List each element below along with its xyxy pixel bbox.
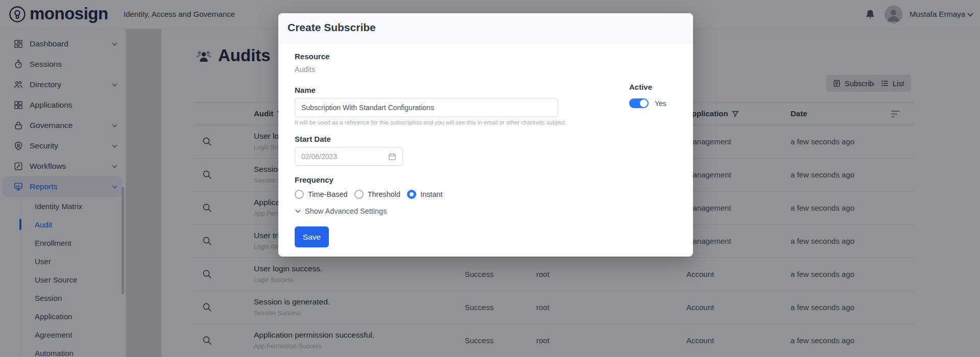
frequency-options: Time-Based Threshold Instant: [295, 190, 443, 199]
active-toggle[interactable]: [629, 98, 649, 108]
modal-header: Create Subscribe: [278, 13, 693, 42]
radio-checked-icon: [407, 190, 416, 199]
toggle-knob: [640, 99, 648, 107]
radio-circle-icon: [295, 190, 304, 199]
frequency-label: Frequency: [295, 175, 333, 184]
radio-threshold[interactable]: Threshold: [354, 190, 400, 199]
radio-label: Time-Based: [308, 190, 348, 198]
radio-label: Instant: [420, 190, 443, 198]
chevron-down-icon: [295, 208, 301, 215]
active-label: Active: [629, 83, 652, 91]
radio-label: Threshold: [368, 190, 400, 198]
resource-value: Audits: [295, 65, 315, 73]
start-date-label: Start Date: [295, 135, 331, 143]
active-toggle-row: Yes: [629, 98, 666, 108]
start-date-input[interactable]: 02/06/2023: [295, 147, 403, 166]
resource-label: Resource: [295, 52, 329, 61]
modal-title: Create Subscribe: [288, 21, 376, 34]
calendar-icon[interactable]: [388, 152, 396, 161]
radio-instant[interactable]: Instant: [407, 190, 443, 199]
save-button[interactable]: Save: [295, 226, 329, 247]
create-subscribe-modal: Create Subscribe Resource Audits Name It…: [278, 13, 693, 257]
name-help-text: It will be used as a reference for this …: [295, 119, 566, 125]
active-toggle-value: Yes: [655, 99, 666, 108]
show-advanced-settings-link[interactable]: Show Advanced Settings: [295, 207, 387, 215]
name-input[interactable]: [295, 98, 558, 117]
start-date-value: 02/06/2023: [301, 152, 388, 161]
radio-time-based[interactable]: Time-Based: [295, 190, 348, 199]
advanced-link-label: Show Advanced Settings: [305, 207, 387, 215]
radio-circle-icon: [354, 190, 364, 199]
name-label: Name: [295, 86, 316, 94]
